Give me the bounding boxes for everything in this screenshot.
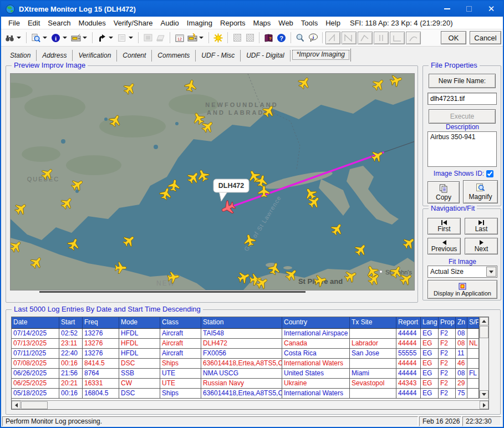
- log-cell[interactable]: 21:56: [59, 369, 83, 379]
- column-header-txsite[interactable]: Tx Site: [350, 317, 396, 329]
- log-cell[interactable]: 636014418,Ertea,A8TS5,C: [201, 359, 282, 369]
- log-cell[interactable]: UTE: [160, 369, 201, 379]
- menu-help[interactable]: Help: [322, 18, 344, 28]
- shape-icon-5[interactable]: [390, 32, 405, 44]
- log-cell[interactable]: DLH472: [201, 339, 282, 349]
- log-row[interactable]: 07/08/202500:168414.5DSCShips636014418,E…: [12, 359, 488, 369]
- copy-button[interactable]: Copy: [427, 181, 460, 203]
- menu-modules[interactable]: Modules: [75, 18, 110, 28]
- radio-dropdown[interactable]: [83, 37, 87, 39]
- ok-button[interactable]: OK: [441, 31, 466, 44]
- log-row[interactable]: 07/13/202523:1113276HFDLAircraftDLH472Ca…: [12, 339, 488, 349]
- log-cell[interactable]: 06/25/2025: [12, 379, 59, 389]
- log-cell[interactable]: Aircraft: [160, 329, 201, 339]
- log-cell[interactable]: NMA USCG: [201, 369, 282, 379]
- log-cell[interactable]: F2: [439, 389, 456, 399]
- shape-icon-2[interactable]: [342, 32, 357, 44]
- log-cell[interactable]: Ships: [160, 359, 201, 369]
- menu-maps[interactable]: Maps: [250, 18, 275, 28]
- log-cell[interactable]: F2: [439, 369, 456, 379]
- log-cell[interactable]: [350, 389, 396, 399]
- combo-dropdown-icon[interactable]: [486, 267, 496, 277]
- log-horizontal-scrollbar[interactable]: [12, 400, 488, 409]
- find-binoculars-icon[interactable]: [3, 32, 16, 44]
- log-cell[interactable]: UTE: [160, 379, 201, 389]
- log-row[interactable]: 05/18/202500:1616804.5DSCShips636014418,…: [12, 389, 488, 399]
- log-cell[interactable]: 05/18/2025: [12, 389, 59, 399]
- log-cell[interactable]: F2: [439, 339, 456, 349]
- menu-audio[interactable]: Audio: [157, 18, 183, 28]
- log-cell[interactable]: DSC: [119, 359, 160, 369]
- menu-web[interactable]: Web: [274, 18, 297, 28]
- column-header-station[interactable]: Station: [201, 317, 282, 329]
- column-header-start[interactable]: Start: [59, 317, 83, 329]
- log-cell[interactable]: EG: [421, 379, 439, 389]
- log-cell[interactable]: 00:16: [59, 389, 83, 399]
- log-cell[interactable]: 13276: [83, 329, 119, 339]
- column-header-mode[interactable]: Mode: [119, 317, 160, 329]
- log-cell[interactable]: 75: [456, 389, 467, 399]
- log-cell[interactable]: 08: [456, 339, 467, 349]
- column-header-zn[interactable]: Zn: [456, 317, 467, 329]
- log-cell[interactable]: 8414.5: [83, 359, 119, 369]
- shape-icon-3[interactable]: [358, 32, 373, 44]
- scroll-left-icon[interactable]: [12, 401, 21, 409]
- log-cell[interactable]: HFDL: [119, 329, 160, 339]
- log-cell[interactable]: 11: [456, 349, 467, 359]
- sun-icon[interactable]: [212, 32, 225, 44]
- tooltip-info-icon[interactable]: i: [307, 32, 319, 44]
- log-cell[interactable]: SSB: [119, 369, 160, 379]
- log-cell[interactable]: [350, 329, 396, 339]
- log-cell[interactable]: [467, 349, 479, 359]
- find-dropdown[interactable]: [17, 37, 21, 39]
- log-cell[interactable]: 08: [456, 329, 467, 339]
- column-header-report[interactable]: Report: [396, 317, 421, 329]
- radio-lightning-dropdown[interactable]: [199, 37, 203, 39]
- tab-verification[interactable]: Verification: [73, 50, 117, 62]
- log-cell[interactable]: TAI548: [201, 329, 282, 339]
- log-cell[interactable]: 07/08/2025: [12, 359, 59, 369]
- log-cell[interactable]: [467, 379, 479, 389]
- maximize-button[interactable]: [465, 5, 473, 13]
- log-cell[interactable]: 00:16: [59, 359, 83, 369]
- log-cell[interactable]: 44444: [396, 339, 421, 349]
- last-button[interactable]: Last: [465, 218, 498, 235]
- fit-image-combo[interactable]: Actual Size: [427, 266, 497, 278]
- log-cell[interactable]: HFDL: [119, 349, 160, 359]
- log-cell[interactable]: Russian Navy: [201, 379, 282, 389]
- log-cell[interactable]: Aircraft: [160, 339, 201, 349]
- log-cell[interactable]: 16804.5: [83, 389, 119, 399]
- log-cell[interactable]: Labrador: [350, 339, 396, 349]
- log-cell[interactable]: [467, 329, 479, 339]
- help-circle-icon[interactable]: ?: [275, 32, 288, 44]
- preview-scrollbar[interactable]: [39, 291, 306, 293]
- info-icon[interactable]: i: [49, 32, 62, 44]
- form-list-icon[interactable]: [115, 32, 128, 44]
- preview-magnifier-icon[interactable]: [29, 32, 42, 44]
- log-cell[interactable]: 44444: [396, 359, 421, 369]
- scroll-up-icon[interactable]: [480, 317, 488, 325]
- column-header-lang[interactable]: Lang: [421, 317, 439, 329]
- log-cell[interactable]: FL: [467, 369, 479, 379]
- log-cell[interactable]: United States: [282, 369, 350, 379]
- log-cell[interactable]: 44343: [396, 379, 421, 389]
- display-in-application-button[interactable]: Display in Application: [427, 280, 497, 299]
- next-button[interactable]: Next: [465, 238, 498, 254]
- goto-dropdown[interactable]: [109, 37, 113, 39]
- minimize-button[interactable]: [443, 5, 451, 13]
- menu-tools[interactable]: Tools: [297, 18, 322, 28]
- menu-search[interactable]: Search: [44, 18, 74, 28]
- menu-edit[interactable]: Edit: [24, 18, 44, 28]
- log-cell[interactable]: F2: [439, 329, 456, 339]
- description-field[interactable]: Airbus 350-941: [427, 131, 497, 167]
- log-cell[interactable]: International Waters: [282, 389, 350, 399]
- log-cell[interactable]: 07/14/2025: [12, 329, 59, 339]
- log-cell[interactable]: 636014418,Ertea,A8TS5,C: [201, 389, 282, 399]
- log-cell[interactable]: 20:21: [59, 379, 83, 389]
- scroll-right-icon[interactable]: [480, 401, 488, 409]
- previous-button[interactable]: Previous: [427, 238, 461, 254]
- log-cell[interactable]: [467, 389, 479, 399]
- log-cell[interactable]: International Airspace: [282, 329, 350, 339]
- log-cell[interactable]: 8764: [83, 369, 119, 379]
- menu-file[interactable]: File: [4, 18, 24, 28]
